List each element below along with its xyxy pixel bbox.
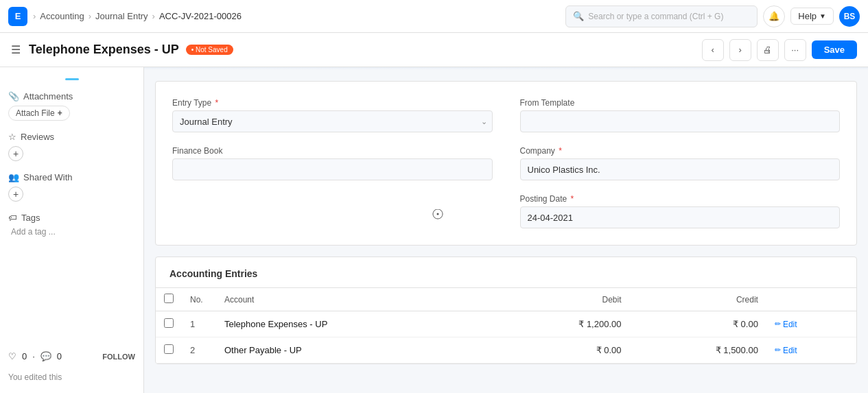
row2-debit: ₹ 0.00 [493,337,629,364]
posting-date-input[interactable] [520,206,841,228]
company-required-indicator: * [559,146,562,156]
notifications-button[interactable]: 🔔 [763,5,785,27]
search-bar[interactable]: 🔍 Search or type a command (Ctrl + G) [565,5,758,27]
form-grid: Entry Type * Journal Entry ⌄ From Templa… [172,98,840,228]
row1-account: Telephone Expenses - UP [216,311,493,337]
hamburger-menu-icon[interactable]: ☰ [11,43,21,56]
from-template-group: From Template [520,98,841,132]
app-icon[interactable]: E [8,7,27,26]
edit-icon: ✏ [775,346,781,355]
tag-icon: 🏷 [8,213,17,223]
company-group: Company * [520,146,841,180]
row1-edit-button[interactable]: ✏ Edit [775,320,848,329]
attach-file-row: Attach File + [8,106,135,121]
entries-table: No. Account Debit Credit 1 Telephone Exp… [156,287,856,364]
tags-label: Tags [21,213,40,223]
star-icon: ☆ [8,132,16,142]
entry-type-select-wrapper: Journal Entry ⌄ [172,110,493,132]
page-title: Telephone Expenses - UP [29,43,179,57]
from-template-label: From Template [520,98,841,108]
more-options-button[interactable]: ··· [784,39,806,61]
row1-actions: ✏ Edit [766,311,856,337]
not-saved-badge: • Not Saved [186,45,233,55]
entry-type-group: Entry Type * Journal Entry ⌄ [172,98,493,132]
sidebar-attachments-section: 📎 Attachments Attach File + [8,91,135,121]
from-template-input[interactable] [520,110,841,132]
finance-book-group: Finance Book [172,146,493,180]
titlebar: ☰ Telephone Expenses - UP • Not Saved ‹ … [0,33,868,67]
col-credit: Credit [630,288,766,311]
people-icon: 👥 [8,172,19,182]
table-header-row: No. Account Debit Credit [156,288,856,311]
row2-credit: ₹ 1,500.00 [630,337,766,364]
reviews-header: ☆ Reviews [8,132,135,142]
add-tag-label[interactable]: Add a tag ... [11,227,135,237]
row2-edit-button[interactable]: ✏ Edit [775,346,848,355]
spacer-group [172,194,493,228]
add-review-button[interactable]: + [8,146,23,161]
posting-date-label: Posting Date * [520,194,841,204]
col-account: Account [216,288,493,311]
main-content: 📎 Attachments Attach File + ☆ Reviews + … [0,67,868,393]
save-button[interactable]: Save [812,40,857,59]
breadcrumb-journal-entry[interactable]: Journal Entry [95,11,148,21]
form-card: Entry Type * Journal Entry ⌄ From Templa… [155,81,857,246]
like-icon[interactable]: ♡ [8,351,16,361]
select-all-checkbox[interactable] [164,294,174,303]
print-button[interactable]: 🖨 [757,39,779,61]
row2-checkbox[interactable] [164,344,174,354]
sidebar-reviews-section: ☆ Reviews + [8,132,135,161]
breadcrumb-current: ACC-JV-2021-00026 [159,11,242,21]
next-button[interactable]: › [729,39,751,61]
col-checkbox [156,288,182,311]
tags-header: 🏷 Tags [8,213,135,223]
comment-icon[interactable]: 💬 [40,351,51,361]
breadcrumb-accounting[interactable]: Accounting [40,11,84,21]
scroll-indicator [65,78,79,80]
shared-with-label: Shared With [23,172,73,182]
posting-date-required-indicator: * [571,194,574,204]
attachments-header: 📎 Attachments [8,91,135,102]
entry-type-select[interactable]: Journal Entry [172,110,493,132]
company-input[interactable] [520,158,841,180]
sidebar-shared-with-section: 👥 Shared With + [8,172,135,202]
edit-icon: ✏ [775,320,781,329]
chevron-down-icon: ▼ [819,12,826,20]
table-row: 1 Telephone Expenses - UP ₹ 1,200.00 ₹ 0… [156,311,856,337]
row1-credit: ₹ 0.00 [630,311,766,337]
attachments-label: Attachments [23,91,73,102]
dot-sep: · [32,351,35,361]
attach-file-button[interactable]: Attach File + [8,106,70,121]
scroll-top-indicator [144,67,868,70]
help-button[interactable]: Help ▼ [790,8,834,25]
attach-label: Attach File [16,108,55,118]
accounting-entries-label: Accounting Entries [156,257,856,287]
row2-actions: ✏ Edit [766,337,856,364]
plus-icon: + [58,108,62,118]
breadcrumb: › Accounting › Journal Entry › ACC-JV-20… [33,11,242,21]
finance-book-input[interactable] [172,158,493,180]
like-count: 0 [22,351,27,361]
accounting-entries-card: Accounting Entries No. Account Debit Cre… [155,257,857,364]
chevron-right-icon: › [152,11,155,21]
col-actions [766,288,856,311]
search-icon: 🔍 [573,11,584,21]
follow-button[interactable]: FOLLOW [102,353,135,361]
required-indicator: * [215,98,218,108]
titlebar-actions: ‹ › 🖨 ··· Save [702,39,857,61]
row1-checkbox[interactable] [164,318,174,328]
reviews-label: Reviews [21,132,54,142]
add-shared-button[interactable]: + [8,187,23,202]
sidebar: 📎 Attachments Attach File + ☆ Reviews + … [0,67,144,393]
you-edited-label: You edited this [8,372,135,382]
row2-no: 2 [182,337,216,364]
chevron-right-icon: › [89,11,91,21]
row1-no: 1 [182,311,216,337]
topbar-actions: 🔔 Help ▼ BS [763,5,860,27]
prev-button[interactable]: ‹ [702,39,724,61]
avatar[interactable]: BS [839,6,860,27]
content-area: Entry Type * Journal Entry ⌄ From Templa… [144,67,868,393]
row1-checkbox-cell [156,311,182,337]
col-no: No. [182,288,216,311]
finance-book-label: Finance Book [172,146,493,156]
